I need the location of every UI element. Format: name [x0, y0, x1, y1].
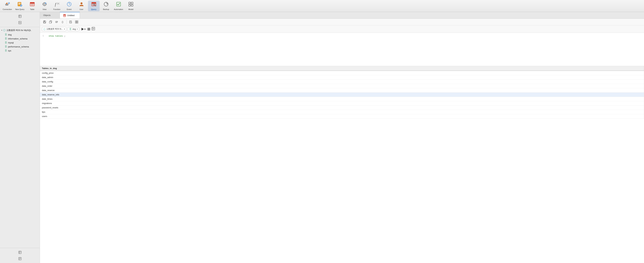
toolbar-new-query[interactable]: New Query [14, 1, 26, 11]
svg-rect-41 [19, 15, 21, 18]
toolbar-backup[interactable]: Backup [100, 1, 112, 11]
content-area: Objects Untitled [40, 12, 644, 263]
function-icon: f (x) [54, 2, 60, 8]
run-button[interactable] [80, 27, 86, 31]
svg-marker-75 [71, 23, 72, 23]
toolbar-event[interactable]: Event [63, 1, 75, 11]
sidebar: ▾ ⬡ 云数据库 RDS for MySQL 🗄 dog 🗄 informati… [0, 12, 40, 263]
db-name-info: information_schema [8, 38, 28, 40]
table-row[interactable]: data_admin [40, 75, 644, 80]
tab-objects[interactable]: Objects [40, 12, 60, 19]
connection-icon [5, 2, 10, 8]
table-cell: users [40, 114, 644, 119]
svg-marker-80 [82, 28, 84, 31]
tab-bar: Objects Untitled [40, 12, 644, 19]
chevron-icon: ▾ [1, 29, 2, 31]
table-row[interactable]: migrations [40, 101, 644, 106]
query-toolbar: () [40, 19, 644, 26]
db-dog[interactable]: 🗄 dog [0, 33, 40, 37]
db-icon-perf: 🗄 [5, 45, 7, 48]
user-icon [79, 2, 84, 8]
query-tab-icon [63, 14, 66, 17]
new-query-label: New Query [15, 8, 24, 10]
line-content-1: show tables ; [48, 35, 65, 37]
connection-tree-icon: ⬡ [3, 29, 6, 32]
view-label: View [42, 8, 46, 10]
db-name-perf: performance_schema [8, 46, 29, 48]
svg-rect-77 [77, 21, 78, 22]
db-icon-info: 🗄 [5, 37, 7, 40]
sidebar-tree: ▾ ⬡ 云数据库 RDS for MySQL 🗄 dog 🗄 informati… [0, 27, 40, 248]
keyword-tables: tables [55, 35, 63, 37]
connection-selector-label: 云数据库 RDS fo... [46, 28, 63, 31]
sql-editor[interactable]: 1 show tables ; [40, 33, 644, 66]
db-information-schema[interactable]: 🗄 information_schema [0, 37, 40, 41]
table-row[interactable]: config_price [40, 71, 644, 75]
table-row[interactable]: data_order [40, 84, 644, 88]
toolbar-user[interactable]: User [76, 1, 87, 11]
main-toolbar: Connection New Query T [0, 0, 644, 12]
save-query-button[interactable] [42, 20, 47, 24]
snippet-button[interactable] [68, 20, 73, 24]
editor-line-1: 1 show tables ; [42, 35, 641, 37]
svg-rect-6 [18, 3, 20, 3]
sidebar-icon-1[interactable] [17, 13, 23, 19]
table-row[interactable]: data_reserve [40, 88, 644, 93]
model-icon [128, 2, 134, 8]
svg-text:f: f [55, 2, 57, 7]
grid-button[interactable] [74, 20, 79, 24]
db-sys[interactable]: 🗄 sys [0, 49, 40, 53]
toolbar-function[interactable]: f (x) Function [51, 1, 63, 11]
tab-untitled[interactable]: Untitled [60, 12, 80, 19]
svg-rect-49 [19, 251, 21, 254]
toolbar-view[interactable]: View [39, 1, 50, 11]
db-chevron-icon: ▾ [77, 28, 78, 30]
db-icon-mysql: 🗄 [5, 41, 7, 44]
column-header-tables-in-dog: Tables_in_dog [40, 66, 644, 71]
svg-rect-65 [44, 22, 46, 23]
model-label: Model [128, 8, 134, 10]
sidebar-icon-2[interactable] [17, 20, 23, 26]
db-selector-label: dog [72, 28, 76, 30]
table-row[interactable]: date_times [40, 97, 644, 101]
svg-rect-59 [63, 15, 66, 15]
connection-name: 云数据库 RDS for MySQL [6, 29, 31, 32]
connection-selector[interactable]: ⬡ 云数据库 RDS fo... ▾ [42, 27, 66, 31]
table-cell: date_times [40, 97, 644, 101]
svg-rect-8 [18, 4, 20, 5]
db-selector[interactable]: 🗄 dog ▾ [68, 27, 79, 31]
backup-icon [104, 2, 109, 8]
db-performance-schema[interactable]: 🗄 performance_schema [0, 45, 40, 49]
svg-rect-82 [92, 27, 95, 30]
sidebar-bottom-icon-1[interactable] [17, 249, 23, 255]
wrap-button[interactable]: () [60, 20, 65, 24]
table-row[interactable]: users [40, 114, 644, 119]
db-mysql[interactable]: 🗄 mysql [0, 41, 40, 45]
toolbar-table[interactable]: Table [26, 1, 38, 11]
event-icon [66, 2, 72, 8]
toolbar-query[interactable]: Query [88, 1, 100, 11]
table-row[interactable]: data_config [40, 80, 644, 84]
sidebar-top-icons [0, 12, 40, 27]
table-cell: config_price [40, 71, 644, 75]
view-icon [42, 2, 47, 8]
sidebar-connection[interactable]: ▾ ⬡ 云数据库 RDS for MySQL [0, 28, 40, 33]
sidebar-bottom-icon-2[interactable] [17, 256, 23, 262]
toolbar-connection[interactable]: Connection [1, 1, 13, 11]
db-name-sys: sys [8, 50, 11, 52]
query-icon [91, 2, 96, 8]
beautify-button[interactable] [54, 20, 59, 24]
table-row[interactable]: data_reserve_info [40, 93, 644, 97]
table-row[interactable]: tips [40, 110, 644, 114]
line-number-1: 1 [42, 35, 46, 37]
toolbar-model[interactable]: Model [125, 1, 137, 11]
copy-query-button[interactable] [48, 20, 53, 24]
svg-rect-64 [44, 21, 45, 22]
table-row[interactable]: password_resets [40, 106, 644, 110]
event-label: Event [67, 8, 72, 10]
explain-button[interactable] [92, 27, 95, 31]
main-layout: ▾ ⬡ 云数据库 RDS for MySQL 🗄 dog 🗄 informati… [0, 12, 644, 263]
table-cell: data_reserve [40, 88, 644, 93]
stop-button[interactable] [88, 28, 90, 31]
toolbar-automation[interactable]: Automation [112, 1, 124, 11]
